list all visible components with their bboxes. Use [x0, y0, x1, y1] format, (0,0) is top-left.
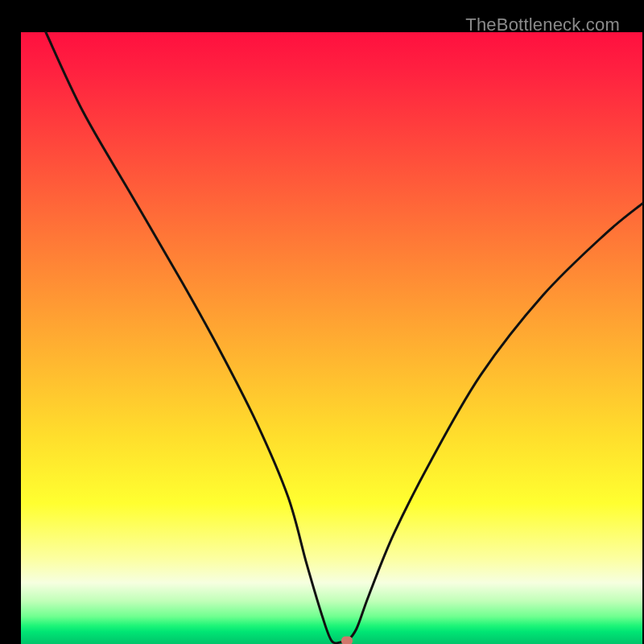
bottleneck-curve — [21, 32, 642, 644]
chart-frame: TheBottleneck.com — [10, 10, 634, 634]
plot-area — [21, 32, 642, 644]
optimal-point-marker — [341, 637, 353, 644]
